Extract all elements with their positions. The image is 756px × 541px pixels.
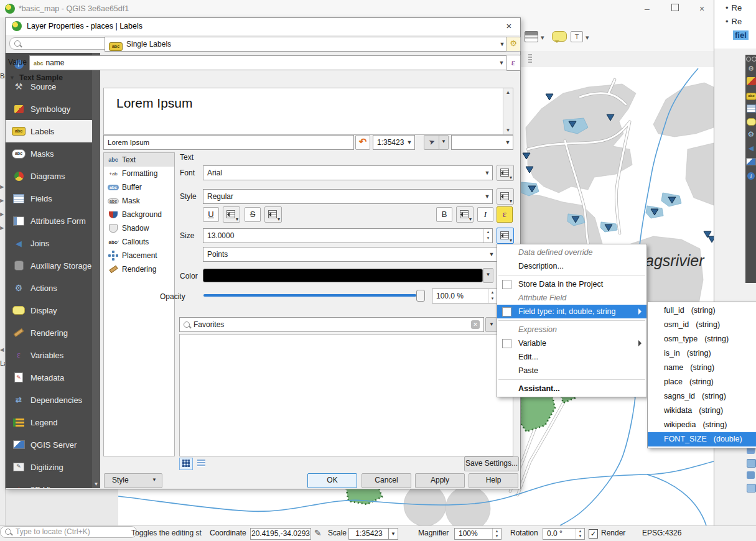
crs-value[interactable]: EPSG:4326 bbox=[642, 529, 681, 537]
tab-callouts[interactable]: abc⁄Callouts bbox=[104, 235, 174, 249]
menu-item-assistant[interactable]: Assistant... bbox=[497, 382, 646, 395]
actions-gear-icon[interactable]: ⚙ bbox=[747, 131, 755, 139]
sample-text-input[interactable]: Lorem Ipsum bbox=[103, 135, 354, 150]
size-data-defined-button-active[interactable] bbox=[497, 228, 514, 244]
submenu-item-osm-type[interactable]: osm_type(string) bbox=[648, 332, 756, 346]
sidebar-item-actions[interactable]: ⚙Actions bbox=[6, 277, 100, 299]
style-menu-button[interactable]: Style▼ bbox=[104, 473, 162, 488]
menu-item-edit[interactable]: Edit... bbox=[497, 350, 646, 364]
sidebar-item-masks[interactable]: abcMasks bbox=[6, 142, 100, 165]
tab-background[interactable]: Background bbox=[104, 208, 174, 221]
submenu-item-is-in[interactable]: is_in(string) bbox=[648, 346, 756, 361]
tree-arrow-icon[interactable]: ▶ bbox=[0, 225, 4, 231]
opacity-slider-handle[interactable] bbox=[416, 290, 425, 302]
style-preview-list[interactable] bbox=[179, 334, 513, 456]
spin-arrows-icon[interactable]: ▲▼ bbox=[483, 229, 492, 243]
tree-arrow-icon[interactable]: ▶ bbox=[0, 184, 4, 190]
style-data-defined-button[interactable] bbox=[497, 188, 514, 205]
sidebar-item-symbology[interactable]: Symbology bbox=[6, 98, 100, 120]
submenu-item-full-id[interactable]: full_id(string) bbox=[648, 303, 756, 318]
minimize-button[interactable]: – bbox=[638, 4, 656, 14]
layer-add-icon[interactable] bbox=[747, 459, 756, 468]
sidebar-item-labels[interactable]: abcLabels bbox=[6, 120, 100, 142]
menu-item-store-data-in-project[interactable]: Store Data in the Project bbox=[497, 277, 646, 291]
text-annotation-icon[interactable]: T bbox=[571, 31, 583, 42]
scroll-down-icon[interactable]: ▼ bbox=[92, 481, 100, 487]
checkbox-icon[interactable] bbox=[502, 307, 511, 317]
list-view-button[interactable] bbox=[194, 458, 208, 470]
sidebar-item-joins[interactable]: ◀Joins bbox=[6, 232, 100, 254]
drag-handle[interactable] bbox=[528, 54, 532, 64]
checkbox-icon[interactable] bbox=[502, 339, 511, 348]
bold-data-defined-button[interactable] bbox=[456, 206, 474, 223]
tab-buffer[interactable]: abcBuffer bbox=[104, 180, 174, 194]
favorites-dropdown-button[interactable]: ▼ bbox=[485, 317, 498, 332]
value-combo[interactable]: abcname ▼ bbox=[29, 55, 507, 70]
icon-view-button[interactable] bbox=[179, 458, 193, 470]
symbology-icon[interactable] bbox=[747, 77, 756, 85]
close-button[interactable]: × bbox=[693, 4, 711, 14]
maximize-button[interactable] bbox=[666, 3, 684, 13]
submenu-item-osm-id[interactable]: osm_id(string) bbox=[648, 318, 756, 332]
rotation-spinbox[interactable]: 0.0 °▲▼ bbox=[543, 528, 585, 540]
size-unit-combo[interactable]: Points▼ bbox=[203, 247, 497, 262]
label-toolbar-icon[interactable] bbox=[525, 31, 538, 42]
layer-add-icon[interactable] bbox=[747, 471, 755, 479]
tab-mask[interactable]: abcMask bbox=[104, 194, 174, 208]
submenu-item-font-size[interactable]: FONT_SIZE(double) bbox=[648, 432, 756, 446]
strikethrough-data-defined-button[interactable] bbox=[264, 206, 282, 223]
sidebar-item-qgis-server[interactable]: QGIS Server bbox=[6, 433, 100, 456]
dialog-titlebar[interactable]: Layer Properties - places | Labels × bbox=[6, 18, 520, 35]
tab-formatting[interactable]: +abFormatting bbox=[104, 167, 174, 180]
sidebar-item-dependencies[interactable]: ⇄Dependencies bbox=[6, 389, 100, 411]
properties-search-input[interactable] bbox=[9, 37, 115, 50]
apply-button[interactable]: Apply bbox=[415, 473, 465, 488]
expression-builder-button[interactable]: ε bbox=[506, 55, 521, 71]
callout-icon[interactable] bbox=[552, 31, 567, 42]
chevron-down-icon[interactable]: ▾ bbox=[586, 34, 589, 47]
info-icon[interactable]: i bbox=[747, 172, 755, 180]
sidebar-item-fields[interactable]: Fields bbox=[6, 187, 100, 210]
scale-dropdown-icon[interactable]: ▼ bbox=[388, 528, 398, 540]
source-tools-icon[interactable]: ⚙ bbox=[747, 65, 755, 73]
submenu-item-wikipedia[interactable]: wikipedia(string) bbox=[648, 418, 756, 432]
extents-icon[interactable]: ✎ bbox=[314, 528, 322, 538]
coordinate-input[interactable]: 20.4195,-34.0293 bbox=[250, 528, 311, 540]
dialog-close-icon[interactable]: × bbox=[503, 21, 515, 32]
map-server-icon[interactable] bbox=[746, 158, 756, 165]
tab-shadow[interactable]: Shadow bbox=[104, 221, 174, 235]
opacity-spinbox[interactable]: 100.0 %▲▼ bbox=[432, 289, 497, 303]
sidebar-item-digitizing[interactable]: ✎Digitizing bbox=[6, 456, 100, 478]
magnifier-spinbox[interactable]: 100%▲▼ bbox=[454, 528, 502, 540]
clear-icon[interactable]: ✕ bbox=[471, 320, 480, 329]
locate-input[interactable]: Type to locate (Ctrl+K) bbox=[0, 526, 137, 538]
underline-button[interactable]: U bbox=[203, 207, 219, 222]
sidebar-item-legend[interactable]: Legend bbox=[6, 411, 100, 433]
tab-text[interactable]: abcText bbox=[104, 153, 174, 167]
panel-button-icon[interactable] bbox=[746, 57, 751, 62]
preview-background-combo[interactable]: ▼ bbox=[451, 135, 513, 150]
sidebar-item-display[interactable]: Display bbox=[6, 299, 100, 321]
map-settings-dropdown[interactable]: ▼ bbox=[439, 135, 449, 150]
italic-expression-button[interactable]: ε bbox=[497, 206, 513, 223]
panel-button-icon[interactable] bbox=[752, 57, 756, 62]
scroll-up-icon[interactable]: ▲ bbox=[503, 90, 513, 95]
sidebar-item-rendering[interactable]: Rendering bbox=[6, 321, 100, 344]
chevron-down-icon[interactable]: ▾ bbox=[541, 34, 544, 47]
cancel-button[interactable]: Cancel bbox=[362, 473, 411, 488]
spin-arrows-icon[interactable]: ▲▼ bbox=[576, 529, 584, 539]
tree-arrow-icon[interactable]: ▶ bbox=[0, 211, 4, 217]
labels-icon[interactable]: abc bbox=[746, 91, 755, 99]
sidebar-item-attributes-form[interactable]: Attributes Form bbox=[6, 210, 100, 232]
save-settings-button[interactable]: Save Settings... bbox=[464, 456, 519, 471]
spin-arrows-icon[interactable]: ▲▼ bbox=[488, 289, 497, 303]
tab-rendering[interactable]: Rendering bbox=[104, 262, 174, 276]
sidebar-item-3d-view[interactable]: ◆3D Vi bbox=[6, 478, 100, 488]
size-spinbox[interactable]: 13.0000▲▼ bbox=[203, 228, 493, 243]
checkbox-icon[interactable] bbox=[502, 280, 511, 289]
sidebar-scrollbar[interactable]: ▲▼ bbox=[92, 53, 100, 488]
sample-scale-combo[interactable]: 1:35423▼ bbox=[373, 135, 415, 150]
sidebar-item-diagrams[interactable]: Diagrams bbox=[6, 165, 100, 187]
label-mode-combo[interactable]: abcSingle Labels ▼ bbox=[105, 37, 508, 52]
underline-data-defined-button[interactable] bbox=[223, 206, 240, 223]
